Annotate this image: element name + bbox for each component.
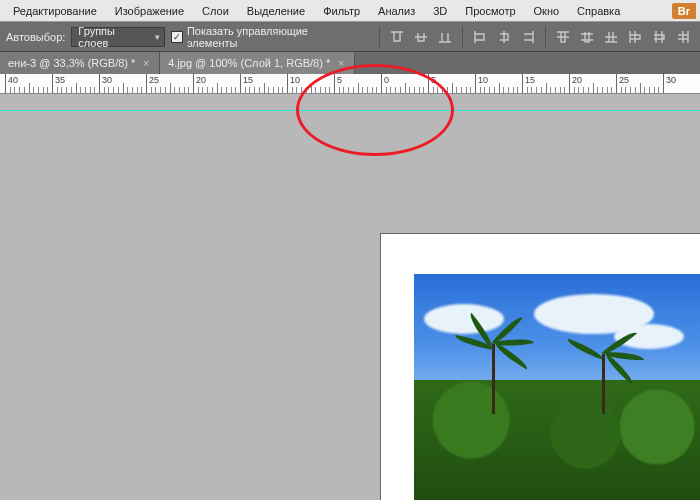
align-bottom-icon[interactable] (434, 26, 456, 48)
distribute-bottom-icon[interactable] (600, 26, 622, 48)
menu-image[interactable]: Изображение (106, 2, 193, 20)
ruler-minor-tick (541, 87, 542, 93)
menu-select[interactable]: Выделение (238, 2, 314, 20)
ruler-major-tick: 35 (52, 74, 53, 93)
distribute-vcenter-icon[interactable] (576, 26, 598, 48)
canvas-area[interactable] (0, 94, 700, 500)
ruler-major-tick: 30 (663, 74, 664, 93)
ruler-minor-tick (264, 83, 265, 93)
autoselect-dropdown[interactable]: Группы слоев (71, 27, 165, 47)
ruler-major-tick: 10 (287, 74, 288, 93)
ruler-minor-tick (151, 87, 152, 93)
show-controls-checkbox[interactable]: ✓ Показать управляющие элементы (171, 25, 361, 49)
menu-bar: Редактирование Изображение Слои Выделени… (0, 0, 700, 22)
ruler-minor-tick (212, 87, 213, 93)
distribute-right-icon[interactable] (672, 26, 694, 48)
close-icon[interactable]: × (141, 58, 151, 69)
ruler-label: 25 (149, 75, 159, 85)
ruler-minor-tick (90, 87, 91, 93)
ruler-minor-tick (649, 87, 650, 93)
menu-edit[interactable]: Редактирование (4, 2, 106, 20)
separator (545, 26, 546, 48)
align-hcenter-icon[interactable] (493, 26, 515, 48)
distribute-left-icon[interactable] (624, 26, 646, 48)
ruler-minor-tick (484, 87, 485, 93)
separator (462, 26, 463, 48)
ruler-minor-tick (174, 87, 175, 93)
menu-help[interactable]: Справка (568, 2, 629, 20)
ruler-minor-tick (489, 87, 490, 93)
ruler-label: 10 (290, 75, 300, 85)
ruler-minor-tick (607, 87, 608, 93)
ruler-minor-tick (503, 87, 504, 93)
ruler-minor-tick (179, 87, 180, 93)
ruler-minor-tick (517, 87, 518, 93)
ruler-label: 30 (666, 75, 676, 85)
ruler-label: 20 (196, 75, 206, 85)
ruler-minor-tick (658, 87, 659, 93)
menu-view[interactable]: Просмотр (456, 2, 524, 20)
bridge-badge[interactable]: Br (672, 3, 696, 19)
ruler-minor-tick (593, 83, 594, 93)
ruler-minor-tick (452, 83, 453, 93)
ruler-minor-tick (29, 83, 30, 93)
ruler-minor-tick (536, 87, 537, 93)
ruler-minor-tick (564, 87, 565, 93)
ruler-minor-tick (160, 87, 161, 93)
align-top-icon[interactable] (386, 26, 408, 48)
align-vcenter-icon[interactable] (410, 26, 432, 48)
ruler-minor-tick (296, 87, 297, 93)
ruler-minor-tick (226, 87, 227, 93)
ruler-minor-tick (71, 87, 72, 93)
ruler-major-tick: 25 (146, 74, 147, 93)
ruler-minor-tick (550, 87, 551, 93)
menu-window[interactable]: Окно (525, 2, 569, 20)
ruler-label: 25 (619, 75, 629, 85)
ruler-minor-tick (137, 87, 138, 93)
ruler-minor-tick (123, 83, 124, 93)
menu-layers[interactable]: Слои (193, 2, 238, 20)
ruler-minor-tick (640, 83, 641, 93)
ruler-minor-tick (292, 87, 293, 93)
ruler-minor-tick (508, 87, 509, 93)
ruler-minor-tick (221, 87, 222, 93)
document-tab-1[interactable]: ени-3 @ 33,3% (RGB/8) * × (0, 52, 160, 74)
ruler-minor-tick (546, 83, 547, 93)
ruler-minor-tick (19, 87, 20, 93)
ruler-minor-tick (456, 87, 457, 93)
ruler-minor-tick (630, 87, 631, 93)
distribute-hcenter-icon[interactable] (648, 26, 670, 48)
ruler-minor-tick (461, 87, 462, 93)
menu-3d[interactable]: 3D (424, 2, 456, 20)
ruler-minor-tick (132, 87, 133, 93)
align-right-icon[interactable] (517, 26, 539, 48)
ruler-minor-tick (141, 87, 142, 93)
autoselect-value: Группы слоев (78, 25, 148, 49)
autoselect-label: Автовыбор: (6, 31, 65, 43)
distribute-top-icon[interactable] (552, 26, 574, 48)
menu-analysis[interactable]: Анализ (369, 2, 424, 20)
ruler-minor-tick (531, 87, 532, 93)
ruler-label: 35 (55, 75, 65, 85)
image-layer[interactable] (414, 274, 700, 500)
tab-label: ени-3 @ 33,3% (RGB/8) * (8, 57, 135, 69)
menu-filter[interactable]: Фильтр (314, 2, 369, 20)
ruler-minor-tick (217, 83, 218, 93)
ruler-label: 20 (572, 75, 582, 85)
ruler-label: 15 (243, 75, 253, 85)
align-left-icon[interactable] (469, 26, 491, 48)
ruler-major-tick: 10 (475, 74, 476, 93)
ruler-minor-tick (38, 87, 39, 93)
ruler-label: 40 (8, 75, 18, 85)
ruler-minor-tick (165, 87, 166, 93)
ruler-minor-tick (235, 87, 236, 93)
ruler-minor-tick (104, 87, 105, 93)
document-tab-2[interactable]: 4.jpg @ 100% (Слой 1, RGB/8) * × (160, 52, 355, 74)
ruler-minor-tick (494, 87, 495, 93)
ruler-minor-tick (80, 87, 81, 93)
ruler-minor-tick (513, 87, 514, 93)
foliage-region (414, 380, 700, 500)
separator (379, 26, 380, 48)
ruler-minor-tick (254, 87, 255, 93)
align-tool-group (375, 26, 694, 48)
